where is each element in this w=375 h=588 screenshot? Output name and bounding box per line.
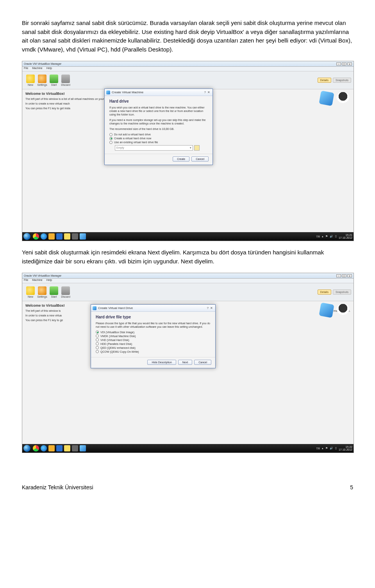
new-icon xyxy=(26,286,35,295)
radio-hdd[interactable]: HDD (Parallels Hard Disk) xyxy=(96,342,211,345)
ie-icon[interactable] xyxy=(41,233,47,240)
explorer-icon[interactable] xyxy=(64,233,70,240)
hide-description-button[interactable]: Hide Description xyxy=(147,360,176,365)
tray-up-icon[interactable]: ▴ xyxy=(322,447,323,450)
radio-create-now[interactable]: Create a virtual hard drive now xyxy=(109,137,208,140)
window-titlebar: Oracle VM VirtualBox Manager – ▢ x xyxy=(22,273,354,279)
dialog-text-1: If you wish you can add a virtual hard d… xyxy=(109,106,208,116)
dialog-icon xyxy=(93,306,96,310)
radio-icon xyxy=(96,330,99,334)
tray-clock[interactable]: 15:22 17.10.2012 xyxy=(339,446,352,451)
tray-volume-icon[interactable]: 🔊 xyxy=(330,235,333,238)
chrome-icon[interactable] xyxy=(33,233,39,240)
dialog-help-icon[interactable]: ? xyxy=(204,91,207,94)
start-icon xyxy=(50,75,58,83)
radio-qed[interactable]: QED (QEMU enhanced disk) xyxy=(96,346,211,349)
ie-icon[interactable] xyxy=(41,445,47,451)
screenshot-1: Oracle VM VirtualBox Manager – ▢ x File … xyxy=(22,61,354,241)
taskbar-icon-4[interactable] xyxy=(48,233,55,240)
dialog-text-3: The recommended size of the hard drive i… xyxy=(109,127,208,131)
page-footer: Karadeniz Teknik Üniversitesi 5 xyxy=(22,484,353,490)
menu-machine[interactable]: Machine xyxy=(32,67,42,71)
next-button[interactable]: Next xyxy=(178,360,192,365)
taskbar: TR ▴ ⚑ 🔊 ▯ 15:21 17.10.2012 xyxy=(22,232,354,241)
dialog-close-icon[interactable]: ✕ xyxy=(207,91,211,94)
discard-button[interactable]: Discard xyxy=(60,286,71,298)
word-icon[interactable] xyxy=(56,445,62,451)
tab-details[interactable]: Details xyxy=(318,78,331,83)
dialog-icon xyxy=(106,91,110,94)
dialog-close-icon[interactable]: ✕ xyxy=(209,306,214,310)
cancel-button[interactable]: Cancel xyxy=(191,156,209,162)
radio-use-existing[interactable]: Use an existing virtual hard drive file xyxy=(109,141,208,144)
taskbar-icon-4[interactable] xyxy=(48,445,55,451)
toolbar: New Settings Start Discard Details Snaps… xyxy=(22,71,354,89)
radio-icon xyxy=(109,141,112,144)
start-orb-icon[interactable] xyxy=(23,233,30,240)
minimize-icon[interactable]: – xyxy=(336,62,341,66)
new-button[interactable]: New xyxy=(25,75,36,86)
close-icon[interactable]: x xyxy=(347,274,352,277)
dialog-help-icon[interactable]: ? xyxy=(206,306,209,310)
menu-file[interactable]: File xyxy=(24,67,28,71)
radio-vdi[interactable]: VDI (VirtualBox Disk Image) xyxy=(96,330,211,334)
window-title: Oracle VM VirtualBox Manager xyxy=(24,274,336,277)
tab-snapshots[interactable]: Snapshots xyxy=(333,78,351,83)
menu-bar: File Machine Help xyxy=(22,279,354,283)
dialog-text-2: If you need a more complex storage set-u… xyxy=(109,118,208,125)
virtualbox-taskbar-icon[interactable] xyxy=(80,233,86,240)
tux-icon xyxy=(336,304,350,317)
tray-lang[interactable]: TR xyxy=(316,447,320,450)
radio-no-drive[interactable]: Do not add a virtual hard drive xyxy=(109,133,208,136)
start-button[interactable]: Start xyxy=(48,286,60,298)
menu-machine[interactable]: Machine xyxy=(32,279,42,283)
discard-icon xyxy=(61,75,70,83)
tray-flag-icon[interactable]: ⚑ xyxy=(325,235,328,238)
settings-button[interactable]: Settings xyxy=(36,75,48,86)
chrome-icon[interactable] xyxy=(33,445,39,451)
taskbar-icon-7[interactable] xyxy=(72,233,78,240)
taskbar: TR ▴ ⚑ 🔊 ▯ 15:22 17.10.2012 xyxy=(22,444,354,453)
tray-clock[interactable]: 15:21 17.10.2012 xyxy=(339,234,352,239)
menu-file[interactable]: File xyxy=(24,279,28,283)
menu-help[interactable]: Help xyxy=(46,67,52,71)
dialog-title: Create Virtual Machine xyxy=(112,91,204,94)
radio-vmdk[interactable]: VMDK (Virtual Machine Disk) xyxy=(96,334,211,338)
start-button[interactable]: Start xyxy=(48,75,60,86)
radio-icon xyxy=(109,133,112,136)
start-icon xyxy=(50,286,58,295)
tray-volume-icon[interactable]: 🔊 xyxy=(330,447,333,450)
existing-disk-combo[interactable]: Empty xyxy=(115,145,193,151)
intro-paragraph: Bir sonraki sayfamız sanal sabit disk sü… xyxy=(22,19,353,54)
tray-network-icon[interactable]: ▯ xyxy=(335,447,337,450)
discard-button[interactable]: Discard xyxy=(60,75,71,86)
minimize-icon[interactable]: – xyxy=(336,274,341,277)
browse-folder-icon[interactable] xyxy=(194,145,200,151)
tab-details[interactable]: Details xyxy=(318,290,331,295)
maximize-icon[interactable]: ▢ xyxy=(342,274,346,277)
start-orb-icon[interactable] xyxy=(23,445,30,452)
tab-snapshots[interactable]: Snapshots xyxy=(333,290,351,295)
maximize-icon[interactable]: ▢ xyxy=(342,62,346,66)
taskbar-icon-7[interactable] xyxy=(72,445,78,451)
settings-icon xyxy=(38,75,46,83)
radio-icon xyxy=(109,137,112,140)
new-button[interactable]: New xyxy=(25,286,36,298)
close-icon[interactable]: x xyxy=(347,62,352,66)
tux-icon xyxy=(336,92,350,105)
radio-qcow[interactable]: QCOW (QEMU Copy-On-Write) xyxy=(96,350,211,353)
create-button[interactable]: Create xyxy=(173,156,189,162)
tray-network-icon[interactable]: ▯ xyxy=(335,235,337,238)
cancel-button[interactable]: Cancel xyxy=(194,360,211,365)
tray-flag-icon[interactable]: ⚑ xyxy=(325,447,328,450)
new-icon xyxy=(26,75,35,83)
radio-vhd[interactable]: VHD (Virtual Hard Disk) xyxy=(96,338,211,341)
virtualbox-taskbar-icon[interactable] xyxy=(80,445,86,451)
tray-lang[interactable]: TR xyxy=(316,235,320,238)
word-icon[interactable] xyxy=(56,233,62,240)
menu-help[interactable]: Help xyxy=(46,279,52,283)
tray-up-icon[interactable]: ▴ xyxy=(322,235,323,238)
settings-button[interactable]: Settings xyxy=(36,286,48,298)
explorer-icon[interactable] xyxy=(64,445,70,451)
dialog-heading: Hard drive file type xyxy=(96,315,211,319)
